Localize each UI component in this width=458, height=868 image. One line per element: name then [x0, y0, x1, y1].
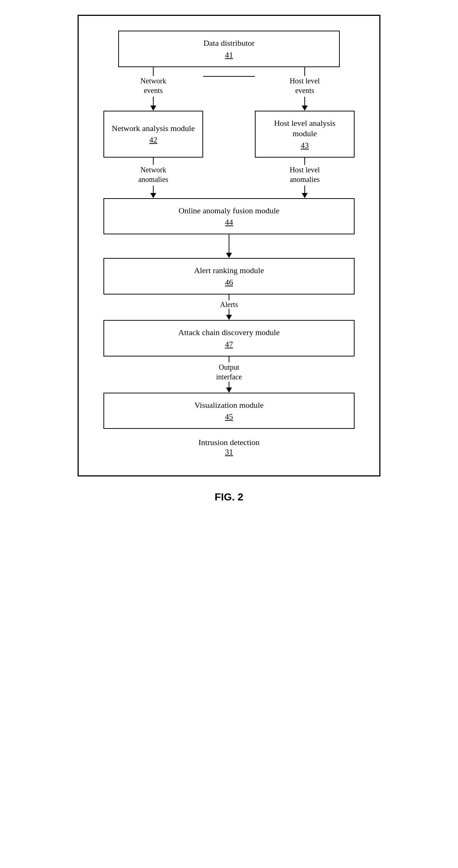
data-distributor-text: Data distributor [204, 38, 255, 49]
alert-ranking-text: Alert ranking module [194, 265, 264, 276]
host-level-analysis-module-box: Host level analysis module 43 [255, 111, 355, 158]
left-v-line-top [153, 67, 154, 76]
left-arrow-head [150, 106, 156, 111]
host-anomalies-label: Host level anomalies [290, 165, 320, 184]
left-v-line-bottom [153, 97, 154, 106]
visualization-module-box: Visualization module 45 [103, 393, 355, 429]
outer-border: Data distributor 41 Network events [78, 15, 380, 476]
intrusion-detection-text: Intrusion detection [198, 438, 260, 447]
right-v-line-bottom [304, 97, 305, 106]
attack-to-visualization-arrow: Output interface [216, 356, 242, 393]
host-level-analysis-number: 43 [301, 141, 309, 150]
ranking-to-attack-arrow: Alerts [220, 294, 238, 320]
branch-connector: Network events Host level events [103, 67, 355, 111]
online-anomaly-fusion-box: Online anomaly fusion module 44 [103, 198, 355, 235]
attack-chain-text: Attack chain discovery module [178, 327, 280, 338]
bottom-label: Intrusion detection 31 [198, 438, 260, 457]
middle-branch [203, 67, 255, 77]
data-distributor-number: 41 [225, 50, 233, 60]
alerts-label: Alerts [220, 300, 238, 309]
data-distributor-box: Data distributor 41 [118, 31, 340, 67]
right-anomaly-arrow: Host level anomalies [255, 158, 355, 198]
right-branch: Host level events [255, 67, 355, 111]
two-modules-row: Network analysis module 42 Host level an… [103, 111, 355, 158]
output-interface-label: Output interface [216, 362, 242, 382]
alert-ranking-box: Alert ranking module 46 [103, 258, 355, 294]
host-level-events-label: Host level events [290, 76, 320, 95]
alert-ranking-number: 46 [225, 278, 233, 287]
network-analysis-module-box: Network analysis module 42 [103, 111, 203, 158]
network-analysis-text: Network analysis module [112, 123, 195, 134]
fusion-to-ranking-arrow [226, 234, 232, 258]
right-arrow-head [302, 106, 308, 111]
online-anomaly-fusion-text: Online anomaly fusion module [178, 206, 279, 216]
left-anomaly-arrow: Network anomalies [103, 158, 203, 198]
left-branch: Network events [103, 67, 203, 111]
left-anomaly-arrow-head [150, 193, 156, 198]
right-v-line-top [304, 67, 305, 76]
host-level-analysis-text: Host level analysis module [263, 118, 346, 139]
visualization-text: Visualization module [194, 400, 263, 411]
attack-chain-discovery-box: Attack chain discovery module 47 [103, 320, 355, 356]
intrusion-detection-number: 31 [198, 447, 260, 457]
network-anomalies-label: Network anomalies [138, 165, 168, 184]
right-anomaly-arrow-head [302, 193, 308, 198]
attack-chain-number: 47 [225, 340, 233, 349]
anomaly-arrows-row: Network anomalies Host level anomalies [103, 158, 355, 198]
h-line [203, 76, 255, 77]
network-analysis-number: 42 [149, 135, 157, 145]
network-events-label: Network events [140, 76, 166, 95]
visualization-number: 45 [225, 412, 233, 421]
online-anomaly-fusion-number: 44 [225, 217, 233, 227]
figure-label: FIG. 2 [215, 491, 243, 503]
page-container: Data distributor 41 Network events [0, 15, 458, 503]
